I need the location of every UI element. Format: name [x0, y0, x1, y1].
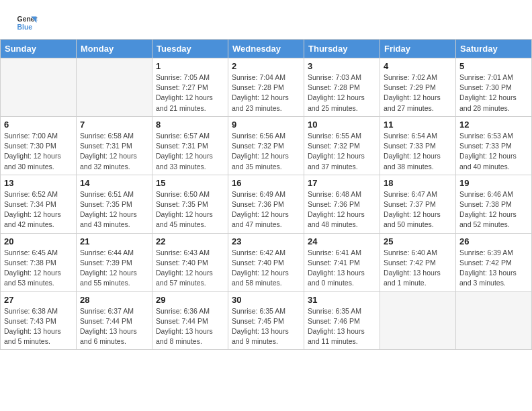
- calendar-cell: [456, 291, 532, 350]
- day-number: 13: [4, 178, 73, 188]
- calendar-cell: 21Sunrise: 6:44 AMSunset: 7:39 PMDayligh…: [77, 233, 152, 291]
- svg-text:Blue: Blue: [17, 24, 33, 31]
- calendar-cell: 16Sunrise: 6:49 AMSunset: 7:36 PMDayligh…: [228, 175, 304, 233]
- day-number: 30: [232, 295, 300, 305]
- day-info: Sunrise: 6:36 AMSunset: 7:44 PMDaylight:…: [156, 306, 224, 347]
- day-info: Sunrise: 7:05 AMSunset: 7:27 PMDaylight:…: [156, 73, 224, 113]
- day-number: 22: [156, 236, 224, 246]
- day-info: Sunrise: 6:54 AMSunset: 7:33 PMDaylight:…: [384, 131, 452, 172]
- calendar-cell: 18Sunrise: 6:47 AMSunset: 7:37 PMDayligh…: [380, 175, 456, 233]
- calendar-cell: [1, 58, 77, 117]
- day-header-friday: Friday: [380, 40, 456, 58]
- day-number: 17: [308, 178, 376, 188]
- day-info: Sunrise: 6:46 AMSunset: 7:38 PMDaylight:…: [459, 189, 528, 230]
- calendar-cell: 28Sunrise: 6:37 AMSunset: 7:44 PMDayligh…: [77, 291, 152, 350]
- day-info: Sunrise: 7:03 AMSunset: 7:28 PMDaylight:…: [308, 73, 376, 113]
- day-number: 11: [384, 120, 452, 130]
- day-info: Sunrise: 6:52 AMSunset: 7:34 PMDaylight:…: [4, 189, 73, 230]
- day-info: Sunrise: 7:00 AMSunset: 7:30 PMDaylight:…: [4, 131, 73, 172]
- day-number: 18: [384, 178, 452, 188]
- day-info: Sunrise: 6:37 AMSunset: 7:44 PMDaylight:…: [80, 306, 148, 347]
- day-number: 16: [232, 178, 300, 188]
- day-info: Sunrise: 6:45 AMSunset: 7:38 PMDaylight:…: [4, 248, 73, 289]
- calendar-cell: 25Sunrise: 6:40 AMSunset: 7:42 PMDayligh…: [380, 233, 456, 291]
- day-info: Sunrise: 6:58 AMSunset: 7:31 PMDaylight:…: [80, 131, 148, 172]
- calendar-cell: 14Sunrise: 6:51 AMSunset: 7:35 PMDayligh…: [77, 175, 152, 233]
- page-header: General Blue: [0, 0, 532, 39]
- calendar-cell: 26Sunrise: 6:39 AMSunset: 7:42 PMDayligh…: [456, 233, 532, 291]
- day-info: Sunrise: 7:04 AMSunset: 7:28 PMDaylight:…: [232, 73, 300, 113]
- day-number: 2: [232, 61, 300, 71]
- calendar-cell: 9Sunrise: 6:56 AMSunset: 7:32 PMDaylight…: [228, 116, 304, 175]
- day-number: 9: [232, 120, 300, 130]
- calendar-cell: 24Sunrise: 6:41 AMSunset: 7:41 PMDayligh…: [304, 233, 380, 291]
- calendar-week-row: 27Sunrise: 6:38 AMSunset: 7:43 PMDayligh…: [1, 291, 532, 350]
- calendar-week-row: 20Sunrise: 6:45 AMSunset: 7:38 PMDayligh…: [1, 233, 532, 291]
- day-number: 3: [308, 61, 376, 71]
- calendar-week-row: 6Sunrise: 7:00 AMSunset: 7:30 PMDaylight…: [1, 116, 532, 175]
- day-info: Sunrise: 6:56 AMSunset: 7:32 PMDaylight:…: [232, 131, 300, 172]
- logo-icon: General Blue: [16, 12, 38, 34]
- day-info: Sunrise: 6:57 AMSunset: 7:31 PMDaylight:…: [156, 131, 224, 172]
- calendar-cell: [77, 58, 152, 117]
- calendar-cell: [380, 291, 456, 350]
- day-number: 15: [156, 178, 224, 188]
- logo: General Blue: [16, 12, 38, 34]
- day-number: 29: [156, 295, 224, 305]
- calendar-table: SundayMondayTuesdayWednesdayThursdayFrid…: [0, 39, 532, 350]
- day-info: Sunrise: 6:51 AMSunset: 7:35 PMDaylight:…: [80, 189, 148, 230]
- calendar-cell: 8Sunrise: 6:57 AMSunset: 7:31 PMDaylight…: [152, 116, 228, 175]
- calendar-week-row: 13Sunrise: 6:52 AMSunset: 7:34 PMDayligh…: [1, 175, 532, 233]
- calendar-cell: 4Sunrise: 7:02 AMSunset: 7:29 PMDaylight…: [380, 58, 456, 117]
- calendar-cell: 1Sunrise: 7:05 AMSunset: 7:27 PMDaylight…: [152, 58, 228, 117]
- day-info: Sunrise: 6:41 AMSunset: 7:41 PMDaylight:…: [308, 248, 376, 289]
- day-info: Sunrise: 6:35 AMSunset: 7:46 PMDaylight:…: [308, 306, 376, 347]
- calendar-cell: 15Sunrise: 6:50 AMSunset: 7:35 PMDayligh…: [152, 175, 228, 233]
- calendar-body: 1Sunrise: 7:05 AMSunset: 7:27 PMDaylight…: [1, 58, 532, 350]
- day-number: 26: [459, 236, 528, 246]
- calendar-cell: 22Sunrise: 6:43 AMSunset: 7:40 PMDayligh…: [152, 233, 228, 291]
- calendar-cell: 13Sunrise: 6:52 AMSunset: 7:34 PMDayligh…: [1, 175, 77, 233]
- day-number: 27: [4, 295, 73, 305]
- day-number: 19: [459, 178, 528, 188]
- day-header-tuesday: Tuesday: [152, 40, 228, 58]
- day-number: 20: [4, 236, 73, 246]
- day-info: Sunrise: 6:39 AMSunset: 7:42 PMDaylight:…: [459, 248, 528, 289]
- calendar-cell: 17Sunrise: 6:48 AMSunset: 7:36 PMDayligh…: [304, 175, 380, 233]
- calendar-cell: 3Sunrise: 7:03 AMSunset: 7:28 PMDaylight…: [304, 58, 380, 117]
- day-number: 28: [80, 295, 148, 305]
- day-number: 24: [308, 236, 376, 246]
- day-info: Sunrise: 6:47 AMSunset: 7:37 PMDaylight:…: [384, 189, 452, 230]
- calendar-cell: 20Sunrise: 6:45 AMSunset: 7:38 PMDayligh…: [1, 233, 77, 291]
- day-header-saturday: Saturday: [456, 40, 532, 58]
- day-number: 31: [308, 295, 376, 305]
- day-info: Sunrise: 6:50 AMSunset: 7:35 PMDaylight:…: [156, 189, 224, 230]
- calendar-cell: 5Sunrise: 7:01 AMSunset: 7:30 PMDaylight…: [456, 58, 532, 117]
- calendar-cell: 30Sunrise: 6:35 AMSunset: 7:45 PMDayligh…: [228, 291, 304, 350]
- day-number: 10: [308, 120, 376, 130]
- calendar-cell: 29Sunrise: 6:36 AMSunset: 7:44 PMDayligh…: [152, 291, 228, 350]
- day-header-thursday: Thursday: [304, 40, 380, 58]
- day-info: Sunrise: 6:42 AMSunset: 7:40 PMDaylight:…: [232, 248, 300, 289]
- day-info: Sunrise: 6:44 AMSunset: 7:39 PMDaylight:…: [80, 248, 148, 289]
- day-number: 8: [156, 120, 224, 130]
- day-number: 4: [384, 61, 452, 71]
- day-info: Sunrise: 6:55 AMSunset: 7:32 PMDaylight:…: [308, 131, 376, 172]
- calendar-cell: 23Sunrise: 6:42 AMSunset: 7:40 PMDayligh…: [228, 233, 304, 291]
- day-info: Sunrise: 6:38 AMSunset: 7:43 PMDaylight:…: [4, 306, 73, 347]
- day-info: Sunrise: 6:40 AMSunset: 7:42 PMDaylight:…: [384, 248, 452, 289]
- day-info: Sunrise: 6:35 AMSunset: 7:45 PMDaylight:…: [232, 306, 300, 347]
- calendar-cell: 27Sunrise: 6:38 AMSunset: 7:43 PMDayligh…: [1, 291, 77, 350]
- calendar-cell: 2Sunrise: 7:04 AMSunset: 7:28 PMDaylight…: [228, 58, 304, 117]
- day-info: Sunrise: 6:43 AMSunset: 7:40 PMDaylight:…: [156, 248, 224, 289]
- calendar-cell: 6Sunrise: 7:00 AMSunset: 7:30 PMDaylight…: [1, 116, 77, 175]
- calendar-wrapper: SundayMondayTuesdayWednesdayThursdayFrid…: [0, 39, 532, 350]
- calendar-week-row: 1Sunrise: 7:05 AMSunset: 7:27 PMDaylight…: [1, 58, 532, 117]
- day-number: 21: [80, 236, 148, 246]
- day-info: Sunrise: 7:02 AMSunset: 7:29 PMDaylight:…: [384, 73, 452, 113]
- day-number: 5: [459, 61, 528, 71]
- day-number: 12: [459, 120, 528, 130]
- calendar-cell: 19Sunrise: 6:46 AMSunset: 7:38 PMDayligh…: [456, 175, 532, 233]
- day-header-monday: Monday: [77, 40, 152, 58]
- day-info: Sunrise: 6:48 AMSunset: 7:36 PMDaylight:…: [308, 189, 376, 230]
